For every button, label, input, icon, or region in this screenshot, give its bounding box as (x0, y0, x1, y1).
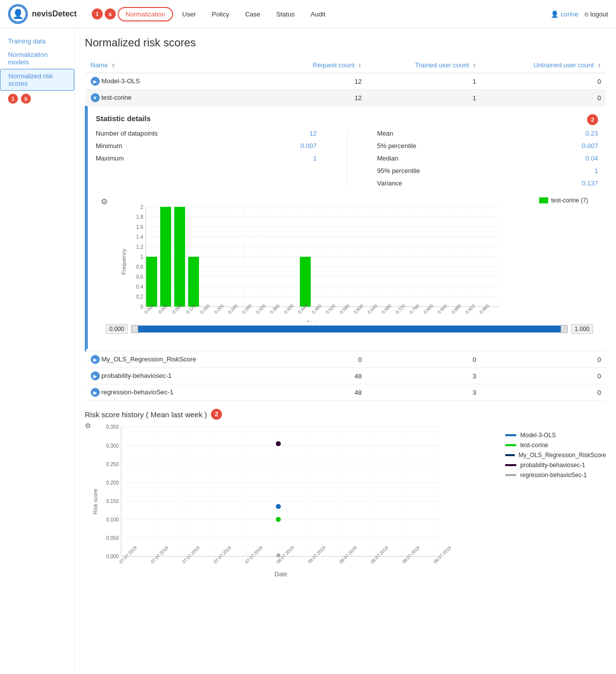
svg-text:0.240: 0.240 (227, 303, 238, 315)
point-probability-1 (276, 441, 281, 446)
svg-text:1: 1 (140, 254, 143, 260)
logo-area: 👤 nevisDetect (8, 4, 77, 24)
point-test-corine (276, 517, 281, 522)
sidebar-item-normalization-models[interactable]: Normalization models (0, 48, 74, 69)
svg-text:1.6: 1.6 (136, 224, 143, 230)
cell-trained-4: 3 (367, 368, 481, 384)
cell-name-1: ▶ Model-3-OLS (86, 73, 272, 90)
risk-history-badge: 2 (211, 409, 222, 420)
table-row: ▶ regression-behavioSec-1 48 3 0 (86, 384, 607, 401)
stats-row-variance: Variance 0.137 (377, 179, 598, 187)
col-trained-user-count[interactable]: Trained user count ⇕ (367, 57, 481, 73)
cell-untrained-3: 0 (481, 351, 606, 368)
collapse-btn-2[interactable]: ▼ (91, 93, 100, 102)
stats-panel: Statistic details 2 Number of datapoints… (86, 106, 606, 349)
stats-grid: Number of datapoints 12 Minimum 0.007 Ma… (96, 130, 598, 187)
chart-gear-icon[interactable]: ⚙ (101, 197, 108, 206)
point-regression (276, 553, 280, 557)
x-axis-label: Risk score (306, 320, 334, 322)
tab-audit[interactable]: Audit (304, 8, 333, 20)
sidebar-item-normalized-risk-scores[interactable]: Normalized risk scores (0, 69, 74, 91)
table-row: ▼ test-corine 12 1 0 (86, 90, 607, 106)
cell-name-4: ▶ probability-behaviosec-1 (86, 368, 272, 384)
user-link[interactable]: 👤 corine (551, 10, 578, 18)
legend-color-model3ols (505, 434, 516, 436)
history-gear-icon[interactable]: ⚙ (85, 422, 91, 430)
risk-history-section: Risk score history ( Mean last week ) 2 … (85, 409, 606, 583)
stats-row-mean: Mean 0.23 (377, 130, 598, 137)
sidebar-item-training-data[interactable]: Training data (0, 34, 74, 48)
nav-badge-1: 1 (92, 8, 103, 19)
tab-user[interactable]: User (175, 8, 203, 20)
page-title: Normalized risk scores (85, 36, 606, 49)
legend-color-myols (505, 454, 515, 456)
history-chart-main: Risk score (91, 422, 500, 583)
bar-11 (300, 257, 311, 307)
table-row: ▶ probability-behaviosec-1 48 3 0 (86, 368, 607, 384)
cell-trained-5: 3 (367, 384, 481, 401)
legend-color-testcorine (505, 444, 516, 446)
svg-text:0.200: 0.200 (213, 303, 224, 315)
chart-container: ⚙ test-corine (7) Frequency (96, 192, 598, 341)
cell-trained-2: 1 (367, 90, 481, 106)
svg-text:0.000: 0.000 (106, 554, 119, 559)
tab-status[interactable]: Status (269, 8, 302, 20)
legend-color-regression (505, 474, 516, 476)
svg-text:Date: Date (274, 571, 287, 578)
risk-history-title: Risk score history ( Mean last week ) 2 (85, 409, 606, 420)
stats-row-maximum: Maximum 1 (96, 155, 317, 162)
logo-circle: 👤 (8, 4, 28, 24)
expand-btn-1[interactable]: ▶ (91, 77, 100, 86)
svg-text:0.360: 0.360 (269, 303, 280, 315)
user-label: corine (561, 10, 578, 18)
layout: Training data Normalization models Norma… (0, 28, 616, 674)
svg-text:0.6: 0.6 (136, 274, 143, 280)
history-chart-svg: Risk score (91, 422, 500, 581)
logout-label: logout (591, 10, 608, 18)
svg-text:0.520: 0.520 (325, 303, 336, 315)
expand-btn-3[interactable]: ▶ (91, 355, 100, 364)
user-icon: 👤 (551, 10, 559, 18)
svg-text:0.400: 0.400 (283, 303, 294, 315)
cell-request-4: 48 (272, 368, 367, 384)
svg-text:0.050: 0.050 (106, 535, 119, 541)
legend-label-testcorine: test-corine (520, 442, 548, 449)
tab-normalization[interactable]: Normalization (118, 7, 173, 21)
sidebar: Training data Normalization models Norma… (0, 28, 75, 674)
range-track[interactable] (132, 326, 567, 333)
tab-policy[interactable]: Policy (205, 8, 236, 20)
cell-trained-3: 0 (367, 351, 481, 368)
expand-btn-5[interactable]: ▶ (91, 388, 100, 397)
legend-item-myols: My_OLS_Regression_RiskScore (505, 452, 606, 459)
range-handle-left[interactable] (131, 325, 138, 333)
svg-text:0.680: 0.680 (381, 303, 392, 315)
svg-text:0.200: 0.200 (106, 480, 119, 486)
cell-request-5: 48 (272, 384, 367, 401)
svg-text:0.880: 0.880 (450, 303, 462, 315)
col-request-count[interactable]: Request count ⇕ (272, 57, 367, 73)
svg-text:0.600: 0.600 (353, 303, 364, 315)
svg-text:Risk score: Risk score (92, 489, 98, 514)
stats-row-p5: 5% percentile 0.007 (377, 142, 598, 150)
svg-text:0.640: 0.640 (367, 303, 378, 315)
sort-icon-name: ⇕ (111, 63, 115, 68)
range-handle-right[interactable] (561, 325, 568, 333)
logout-link[interactable]: ⎋ logout (585, 10, 608, 18)
col-name[interactable]: Name ⇕ (86, 57, 272, 73)
svg-text:0.560: 0.560 (339, 303, 350, 315)
tab-case[interactable]: Case (238, 8, 267, 20)
col-untrained-user-count[interactable]: Untrained user count ⇕ (481, 57, 606, 73)
stats-right-col: Mean 0.23 5% percentile 0.007 Median (377, 130, 598, 187)
svg-text:0.160: 0.160 (199, 303, 210, 315)
legend-label-probability: probability-behaviosec-1 (520, 462, 585, 469)
cell-name-5: ▶ regression-behavioSec-1 (86, 384, 272, 401)
bar-1 (160, 207, 171, 307)
cell-untrained-5: 0 (481, 384, 606, 401)
stats-cell: Statistic details 2 Number of datapoints… (86, 106, 607, 351)
chart-legend: test-corine (7) (539, 197, 588, 204)
app-logo-text: nevisDetect (32, 9, 77, 18)
stats-badge-2: 2 (587, 114, 598, 125)
table-row: ▶ My_OLS_Regression_RiskScore 0 0 0 (86, 351, 607, 368)
expand-btn-4[interactable]: ▶ (91, 371, 100, 380)
header-right: 👤 corine ⎋ logout (551, 10, 608, 18)
